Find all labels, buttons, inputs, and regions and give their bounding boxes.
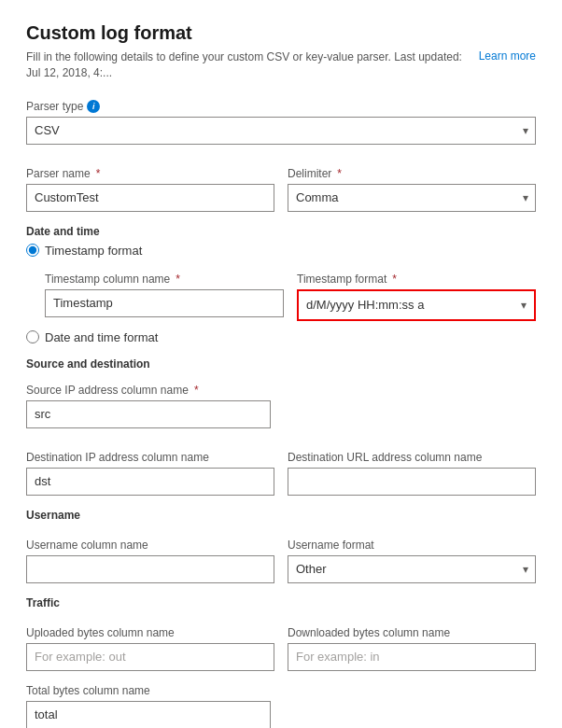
timestamp-radio-label[interactable]: Timestamp format [45,244,142,258]
src-ip-input[interactable] [26,400,271,428]
ts-col-name-col: Timestamp column name* [45,259,284,321]
uploaded-col: Uploaded bytes column name [26,613,274,671]
delimiter-col: Delimiter* Comma [288,154,536,212]
delimiter-select[interactable]: Comma [288,184,536,212]
subtitle-text: Fill in the following details to define … [26,49,470,81]
downloaded-label: Downloaded bytes column name [288,626,536,639]
parser-type-select-wrapper: CSV [26,117,536,145]
username-format-label: Username format [288,539,536,552]
date-radio-group: Date and time format [26,330,536,344]
uploaded-input[interactable] [26,643,274,671]
date-time-section-label: Date and time [26,225,536,238]
page-title: Custom log format [26,22,536,44]
timestamp-radio[interactable] [26,244,39,257]
timestamp-fields: Timestamp column name* Timestamp format*… [26,259,536,321]
ts-format-select[interactable]: d/M/yyyy HH:mm:ss a [299,291,534,319]
parser-name-label: Parser name* [26,167,274,180]
username-section-label: Username [26,509,536,522]
parser-name-input[interactable] [26,184,274,212]
learn-more-link[interactable]: Learn more [479,49,536,63]
total-bytes-group: Total bytes column name [26,684,536,728]
total-bytes-input[interactable] [26,701,271,728]
username-row: Username column name Username format Oth… [26,525,536,583]
username-col-name-input[interactable] [26,555,274,583]
downloaded-col: Downloaded bytes column name [288,613,536,671]
username-format-select[interactable]: Other [288,555,536,583]
timestamp-radio-group: Timestamp format [26,244,536,258]
bytes-row: Uploaded bytes column name Downloaded by… [26,613,536,671]
timestamp-fields-row: Timestamp column name* Timestamp format*… [45,259,536,321]
traffic-section: Traffic Uploaded bytes column name Downl… [26,596,536,728]
dst-row: Destination IP address column name Desti… [26,438,536,496]
uploaded-label: Uploaded bytes column name [26,626,274,639]
src-ip-group: Source IP address column name* [26,384,536,428]
traffic-section-label: Traffic [26,596,536,609]
delimiter-label: Delimiter* [288,167,536,180]
dst-ip-label: Destination IP address column name [26,451,274,464]
dst-ip-col: Destination IP address column name [26,438,274,496]
ts-col-name-label: Timestamp column name* [45,273,284,286]
dst-ip-input[interactable] [26,468,274,496]
parser-name-col: Parser name* [26,154,274,212]
username-col-name-col: Username column name [26,525,274,583]
ts-format-select-wrapper: d/M/yyyy HH:mm:ss a [297,289,536,321]
parser-type-group: Parser type i CSV [26,100,536,145]
username-format-select-wrapper: Other [288,555,536,583]
delimiter-select-wrapper: Comma [288,184,536,212]
parser-type-label: Parser type i [26,100,536,113]
username-col-name-label: Username column name [26,539,274,552]
ts-format-label: Timestamp format* [297,273,536,286]
dst-url-col: Destination URL address column name [288,438,536,496]
subtitle-row: Fill in the following details to define … [26,49,536,81]
dst-url-input[interactable] [288,468,536,496]
ts-format-col: Timestamp format* d/M/yyyy HH:mm:ss a [297,259,536,321]
parser-name-delimiter-row: Parser name* Delimiter* Comma [26,154,536,212]
parser-type-select[interactable]: CSV [26,117,536,145]
ts-col-name-input[interactable] [45,289,284,317]
total-bytes-label: Total bytes column name [26,684,536,697]
dst-url-label: Destination URL address column name [288,451,536,464]
parser-type-info-icon[interactable]: i [87,100,100,113]
src-ip-label: Source IP address column name* [26,384,536,397]
username-section: Username Username column name Username f… [26,509,536,583]
username-format-col: Username format Other [288,525,536,583]
date-radio-label[interactable]: Date and time format [45,330,158,344]
source-dest-section: Source and destination Source IP address… [26,357,536,496]
date-time-section: Date and time Timestamp format Timestamp… [26,225,536,344]
date-radio[interactable] [26,330,39,343]
source-dest-section-label: Source and destination [26,357,536,371]
downloaded-input[interactable] [288,643,536,671]
